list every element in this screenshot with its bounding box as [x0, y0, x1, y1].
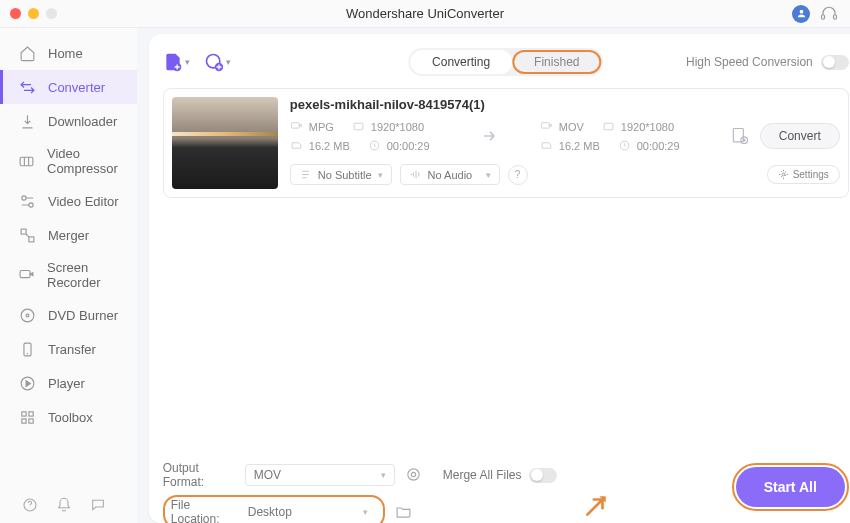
sidebar-item-label: Video Editor [48, 194, 119, 209]
output-format-label: Output Format: [163, 461, 235, 489]
sidebar-item-player[interactable]: Player [0, 366, 137, 400]
feedback-icon[interactable] [90, 497, 106, 513]
svg-rect-3 [20, 157, 33, 166]
sidebar-item-toolbox[interactable]: Toolbox [0, 400, 137, 434]
account-icon[interactable] [792, 5, 810, 23]
svg-rect-15 [21, 418, 25, 422]
arrow-icon [480, 126, 500, 146]
sidebar-item-label: Video Compressor [47, 146, 119, 176]
transfer-icon [18, 340, 36, 358]
svg-rect-21 [291, 123, 299, 128]
help-icon[interactable] [22, 497, 38, 513]
high-speed-label: High Speed Conversion [686, 55, 813, 69]
sidebar-item-label: Downloader [48, 114, 117, 129]
svg-rect-13 [21, 411, 25, 415]
file-location-select[interactable]: Desktop▾ [247, 501, 377, 523]
svg-rect-27 [733, 129, 743, 142]
svg-point-29 [782, 173, 785, 176]
download-icon [18, 112, 36, 130]
window-zoom-button[interactable] [46, 8, 57, 19]
recorder-icon [18, 266, 35, 284]
file-name: pexels-mikhail-nilov-8419574(1) [290, 97, 840, 112]
svg-point-0 [799, 10, 803, 14]
info-button[interactable]: ? [508, 165, 528, 185]
window-minimize-button[interactable] [28, 8, 39, 19]
sidebar-item-label: Transfer [48, 342, 96, 357]
svg-rect-25 [604, 123, 613, 130]
play-icon [18, 374, 36, 392]
file-location-highlight: File Location: Desktop▾ [163, 495, 385, 523]
file-item: pexels-mikhail-nilov-8419574(1) MPG 1920… [163, 88, 849, 198]
window-close-button[interactable] [10, 8, 21, 19]
output-settings-icon[interactable] [730, 126, 750, 146]
svg-rect-7 [28, 236, 33, 241]
video-thumbnail[interactable] [172, 97, 278, 189]
sidebar-item-home[interactable]: Home [0, 36, 137, 70]
svg-rect-22 [354, 123, 363, 130]
start-all-highlight: Start All [732, 463, 849, 511]
sidebar-item-downloader[interactable]: Downloader [0, 104, 137, 138]
svg-point-9 [21, 309, 34, 322]
sidebar-item-label: DVD Burner [48, 308, 118, 323]
sidebar-item-merger[interactable]: Merger [0, 218, 137, 252]
svg-point-4 [21, 195, 25, 199]
disc-icon [18, 306, 36, 324]
editor-icon [18, 192, 36, 210]
merge-toggle[interactable] [529, 468, 557, 483]
open-folder-icon[interactable] [395, 503, 413, 521]
svg-rect-14 [28, 411, 32, 415]
sidebar-item-transfer[interactable]: Transfer [0, 332, 137, 366]
add-url-button[interactable]: ▾ [204, 52, 231, 72]
svg-rect-24 [541, 123, 549, 128]
svg-point-31 [411, 472, 415, 476]
add-file-button[interactable]: ▾ [163, 52, 190, 72]
home-icon [18, 44, 36, 62]
bell-icon[interactable] [56, 497, 72, 513]
status-tabs: Converting Finished [408, 48, 603, 76]
subtitle-dropdown[interactable]: No Subtitle▾ [290, 164, 392, 185]
compress-icon [18, 152, 35, 170]
settings-button[interactable]: Settings [767, 165, 840, 184]
sidebar-item-label: Toolbox [48, 410, 93, 425]
svg-point-5 [28, 202, 32, 206]
svg-point-30 [408, 469, 419, 480]
sidebar-item-compressor[interactable]: Video Compressor [0, 138, 137, 184]
file-location-label: File Location: [171, 498, 239, 523]
svg-rect-16 [28, 418, 32, 422]
sidebar-item-label: Player [48, 376, 85, 391]
tab-converting[interactable]: Converting [410, 50, 512, 74]
audio-dropdown[interactable]: No Audio▾ [400, 164, 500, 185]
output-format-select[interactable]: MOV▾ [245, 464, 395, 486]
toolbox-icon [18, 408, 36, 426]
high-speed-toggle[interactable] [821, 55, 849, 70]
sidebar-item-label: Home [48, 46, 83, 61]
app-title: Wondershare UniConverter [0, 6, 850, 21]
svg-rect-2 [834, 14, 837, 19]
start-all-button[interactable]: Start All [736, 467, 845, 507]
support-icon[interactable] [820, 5, 838, 23]
sidebar-item-editor[interactable]: Video Editor [0, 184, 137, 218]
svg-point-10 [26, 314, 29, 317]
sidebar-item-converter[interactable]: Converter [0, 70, 137, 104]
sidebar-item-label: Merger [48, 228, 89, 243]
convert-button[interactable]: Convert [760, 123, 840, 149]
tab-finished[interactable]: Finished [512, 50, 601, 74]
merge-label: Merge All Files [443, 468, 522, 482]
format-settings-icon[interactable] [405, 466, 423, 484]
svg-rect-6 [21, 229, 26, 234]
sidebar-item-dvd[interactable]: DVD Burner [0, 298, 137, 332]
sidebar: Home Converter Downloader Video Compress… [0, 28, 137, 523]
merger-icon [18, 226, 36, 244]
sidebar-item-label: Screen Recorder [47, 260, 119, 290]
sidebar-item-label: Converter [48, 80, 105, 95]
converter-icon [18, 78, 36, 96]
sidebar-item-recorder[interactable]: Screen Recorder [0, 252, 137, 298]
svg-rect-8 [20, 270, 30, 277]
svg-rect-1 [822, 14, 825, 19]
